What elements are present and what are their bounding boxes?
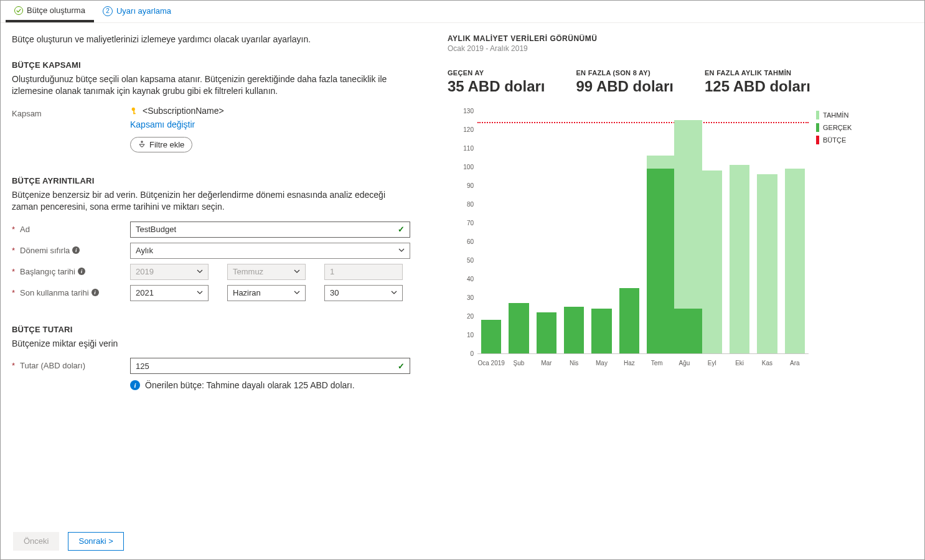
cost-chart: 0102030405060708090100110120130Oca 2019Ş… bbox=[448, 111, 809, 372]
bar-actual bbox=[537, 312, 556, 353]
next-button[interactable]: Sonraki > bbox=[68, 532, 123, 551]
bar-slot bbox=[560, 111, 588, 353]
legend-swatch-actual bbox=[816, 123, 819, 132]
y-tick: 10 bbox=[467, 332, 474, 338]
bar-slot bbox=[616, 111, 643, 353]
bar-actual bbox=[564, 307, 584, 353]
x-tick: Şub bbox=[505, 353, 532, 372]
start-month-select: Temmuz bbox=[227, 264, 306, 280]
end-month-value: Haziran bbox=[233, 288, 261, 297]
bar-slot bbox=[533, 111, 560, 353]
bar-forecast bbox=[702, 170, 722, 353]
bar-actual bbox=[619, 288, 639, 353]
scope-value: <SubscriptionName> bbox=[143, 106, 224, 116]
intro-text: Bütçe oluşturun ve maliyetlerinizi izlem… bbox=[12, 34, 423, 44]
bar-slot bbox=[670, 111, 698, 353]
filter-icon bbox=[138, 140, 146, 149]
details-desc: Bütçenize benzersiz bir ad verin. Bütçen… bbox=[12, 189, 410, 213]
end-year-select[interactable]: 2021 bbox=[130, 285, 209, 301]
y-tick: 80 bbox=[467, 201, 474, 208]
x-tick: Eyl bbox=[698, 353, 726, 372]
svg-rect-2 bbox=[133, 113, 136, 114]
x-tick: Oca 2019 bbox=[477, 353, 505, 372]
chevron-down-icon bbox=[294, 288, 300, 297]
y-tick: 110 bbox=[463, 145, 474, 152]
add-filter-button[interactable]: Filtre ekle bbox=[130, 137, 192, 152]
chevron-down-icon bbox=[197, 288, 203, 297]
tab-label: Bütçe oluşturma bbox=[27, 6, 85, 15]
x-tick: Haz bbox=[616, 353, 643, 372]
start-date-label: Başlangıç tarihi bbox=[20, 267, 75, 276]
budget-name-input[interactable]: TestBudget ✓ bbox=[130, 222, 410, 238]
details-title: BÜTÇE AYRINTILARI bbox=[12, 176, 423, 185]
start-day-select: 1 bbox=[324, 264, 403, 280]
bar-forecast bbox=[730, 165, 749, 353]
start-day-value: 1 bbox=[330, 267, 334, 276]
add-filter-label: Filtre ekle bbox=[149, 140, 184, 149]
y-tick: 130 bbox=[463, 108, 474, 114]
bar-slot bbox=[698, 111, 726, 353]
reset-period-value: Aylık bbox=[136, 246, 153, 255]
y-tick: 60 bbox=[467, 238, 474, 245]
y-tick: 0 bbox=[470, 350, 474, 357]
x-tick: May bbox=[588, 353, 615, 372]
legend-actual: GERÇEK bbox=[823, 124, 852, 131]
scope-title: BÜTÇE KAPSAMI bbox=[12, 60, 423, 70]
bar-slot bbox=[505, 111, 532, 353]
previous-button[interactable]: Önceki bbox=[13, 532, 59, 551]
end-month-select[interactable]: Haziran bbox=[227, 285, 306, 301]
wizard-footer: Önceki Sonraki > bbox=[1, 522, 924, 559]
step-number-icon: 2 bbox=[103, 6, 113, 16]
x-tick: Mar bbox=[533, 353, 560, 372]
budget-amount-input[interactable]: 125 ✓ bbox=[130, 358, 410, 374]
stat-last-month-label: GEÇEN AY bbox=[448, 69, 545, 77]
bar-slot bbox=[477, 111, 505, 353]
end-date-label: Son kullanma tarihi bbox=[20, 288, 89, 297]
tab-set-alerts[interactable]: 2 Uyarı ayarlama bbox=[94, 1, 180, 22]
end-day-value: 30 bbox=[330, 288, 339, 297]
x-tick: Ağu bbox=[670, 353, 698, 372]
amount-desc: Bütçenize miktar eşiği verin bbox=[12, 338, 410, 350]
key-icon bbox=[130, 106, 139, 115]
chevron-down-icon bbox=[197, 267, 203, 276]
chevron-down-icon bbox=[398, 246, 405, 255]
chart-title: AYLIK MALİYET VERİLERİ GÖRÜNÜMÜ bbox=[448, 34, 909, 43]
y-tick: 70 bbox=[467, 220, 474, 226]
budget-amount-value: 125 bbox=[136, 362, 149, 371]
legend-swatch-budget bbox=[816, 136, 819, 144]
info-icon[interactable]: i bbox=[72, 246, 80, 254]
x-tick: Tem bbox=[643, 353, 670, 372]
x-tick: Nis bbox=[560, 353, 588, 372]
start-year-value: 2019 bbox=[136, 267, 154, 276]
end-day-select[interactable]: 30 bbox=[324, 285, 403, 301]
y-tick: 120 bbox=[463, 126, 474, 133]
amount-label: Tutar (ABD doları) bbox=[20, 361, 85, 370]
y-tick: 20 bbox=[467, 313, 474, 320]
check-icon bbox=[14, 6, 23, 15]
scope-desc: Oluşturduğunuz bütçe seçili olan kapsama… bbox=[12, 73, 410, 97]
reset-label: Dönemi sıfırla bbox=[20, 246, 70, 255]
x-tick: Kas bbox=[753, 353, 781, 372]
chevron-down-icon bbox=[294, 267, 300, 276]
legend-forecast: TAHMİN bbox=[823, 111, 848, 119]
y-tick: 40 bbox=[467, 276, 474, 282]
start-year-select: 2019 bbox=[130, 264, 209, 280]
info-icon: i bbox=[130, 380, 140, 390]
bar-actual bbox=[509, 303, 528, 353]
legend-budget: BÜTÇE bbox=[823, 136, 846, 144]
stat-last-month-value: 35 ABD doları bbox=[448, 78, 545, 95]
amount-title: BÜTÇE TUTARI bbox=[12, 325, 423, 334]
reset-period-select[interactable]: Aylık bbox=[130, 243, 410, 259]
y-tick: 30 bbox=[467, 294, 474, 301]
change-scope-link[interactable]: Kapsamı değiştir bbox=[130, 119, 423, 129]
y-tick: 50 bbox=[467, 257, 474, 264]
bar-slot bbox=[781, 111, 809, 353]
tab-create-budget[interactable]: Bütçe oluşturma bbox=[6, 1, 94, 22]
info-icon[interactable]: i bbox=[78, 268, 85, 275]
stat-max8-value: 99 ABD doları bbox=[576, 78, 673, 95]
wizard-tabs: Bütçe oluşturma 2 Uyarı ayarlama bbox=[1, 1, 924, 23]
chart-legend: TAHMİN GERÇEK BÜTÇE bbox=[816, 111, 852, 372]
bar-forecast bbox=[757, 174, 777, 353]
info-icon[interactable]: i bbox=[92, 289, 99, 296]
x-tick: Eki bbox=[726, 353, 753, 372]
